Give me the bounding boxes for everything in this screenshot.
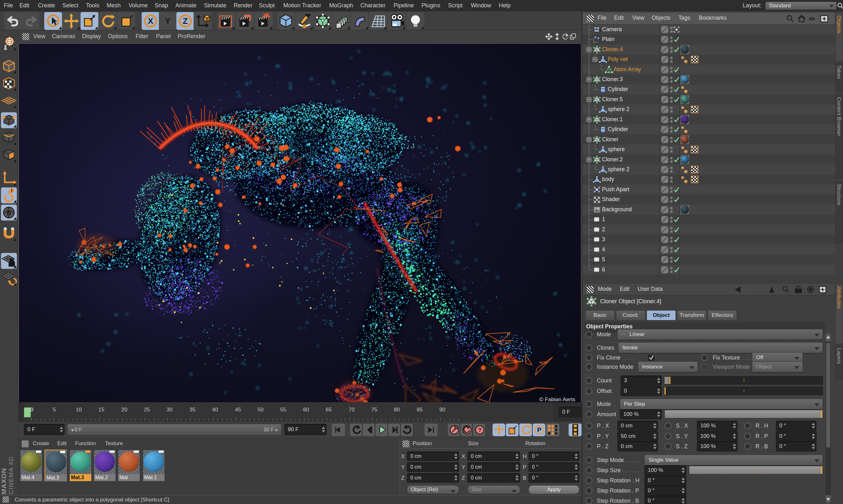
svg-text:Z: Z <box>183 16 188 26</box>
svg-text:X: X <box>148 16 154 26</box>
svg-text:P: P <box>537 426 541 433</box>
svg-text:?: ? <box>478 427 482 433</box>
svg-text:Y: Y <box>165 16 170 26</box>
svg-text:© Fabian Aerts: © Fabian Aerts <box>539 396 575 402</box>
svg-text:S: S <box>7 209 12 217</box>
